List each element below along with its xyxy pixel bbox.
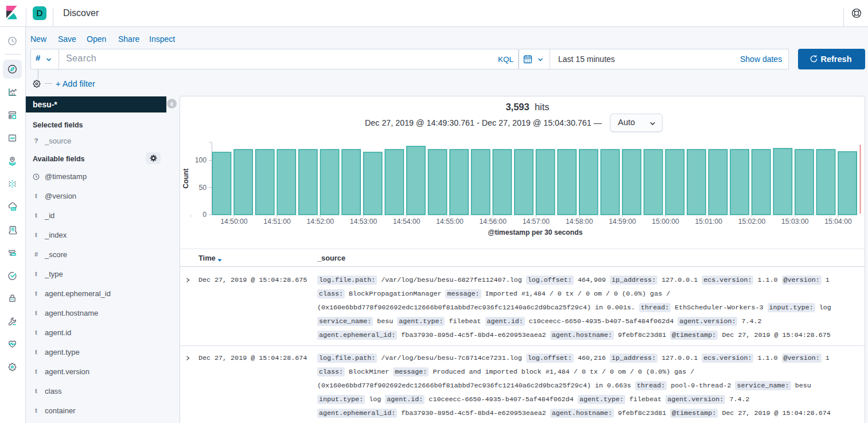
svg-text:14:57:00: 14:57:00 bbox=[523, 218, 550, 226]
svg-text:14:54:00: 14:54:00 bbox=[393, 218, 421, 226]
svg-text:14:53:00: 14:53:00 bbox=[350, 218, 377, 226]
svg-text:14:55:00: 14:55:00 bbox=[436, 218, 464, 226]
svg-text:15:03:00: 15:03:00 bbox=[781, 218, 809, 226]
svg-text:@timestamp per 30 seconds: @timestamp per 30 seconds bbox=[488, 228, 583, 236]
svg-text:14:59:00: 14:59:00 bbox=[609, 218, 636, 226]
svg-text:14:56:00: 14:56:00 bbox=[479, 218, 507, 226]
svg-text:15:02:00: 15:02:00 bbox=[738, 218, 766, 226]
svg-text:14:58:00: 14:58:00 bbox=[566, 218, 593, 226]
svg-text:14:52:00: 14:52:00 bbox=[307, 218, 334, 226]
svg-text:15:04:00: 15:04:00 bbox=[824, 218, 852, 226]
svg-text:100: 100 bbox=[195, 156, 207, 164]
svg-text:15:00:00: 15:00:00 bbox=[652, 218, 679, 226]
svg-text:14:51:00: 14:51:00 bbox=[263, 218, 291, 226]
svg-text:Count: Count bbox=[182, 168, 190, 188]
svg-text:0: 0 bbox=[203, 211, 207, 219]
svg-text:15:01:00: 15:01:00 bbox=[695, 218, 723, 226]
svg-text:50: 50 bbox=[198, 184, 207, 192]
svg-text:14:50:00: 14:50:00 bbox=[220, 218, 248, 226]
